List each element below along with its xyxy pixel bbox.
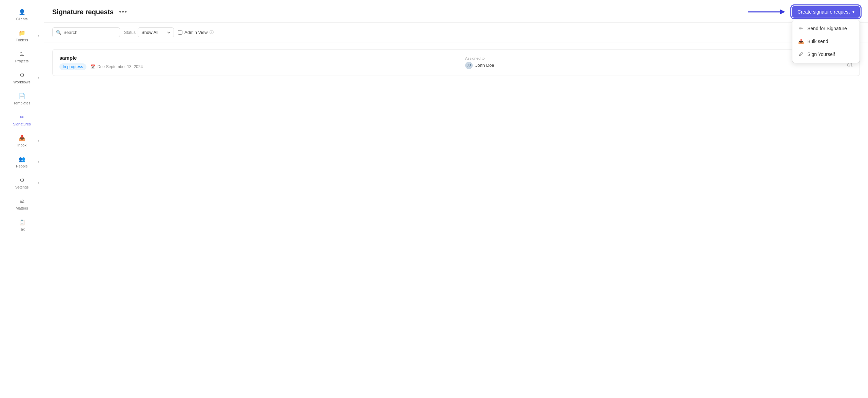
page-header: Signature requests ••• Create signature … — [44, 0, 868, 23]
request-card-header: sample In progress 📅 Due September 13, 2… — [59, 55, 853, 70]
bulk-send-icon: 📤 — [798, 38, 804, 44]
sidebar-item-label: Clients — [16, 17, 28, 21]
chevron-right-icon: › — [38, 160, 39, 164]
status-filter: Status Show All In Progress Completed Ca… — [124, 27, 174, 37]
request-name: sample — [59, 55, 143, 61]
folders-icon: 📁 — [18, 29, 26, 37]
sidebar-item-label: Folders — [16, 38, 28, 42]
clients-icon: 👤 — [18, 8, 26, 16]
sidebar-item-settings[interactable]: ⚙ Settings › — [3, 173, 41, 193]
sidebar-item-label: Inbox — [17, 143, 26, 147]
calendar-icon: 📅 — [91, 64, 96, 69]
status-filter-label: Status — [124, 30, 136, 35]
search-icon: 🔍 — [56, 30, 61, 35]
sidebar-item-folders[interactable]: 📁 Folders › — [3, 26, 41, 45]
chevron-right-icon: › — [38, 34, 39, 38]
dropdown-menu: ✏ Send for Signature 📤 Bulk send 🖊 Sign … — [792, 20, 860, 63]
sign-yourself-icon: 🖊 — [798, 51, 804, 57]
due-date: 📅 Due September 13, 2024 — [91, 64, 143, 69]
create-signature-request-button[interactable]: Create signature request ▾ — [792, 6, 860, 18]
create-btn-label: Create signature request — [797, 9, 850, 15]
sidebar-item-projects[interactable]: 🗂 Projects — [3, 47, 41, 66]
dropdown-item-label: Send for Signature — [807, 26, 847, 31]
sidebar-item-label: Tax — [19, 227, 25, 231]
create-btn-wrapper: Create signature request ▾ ✏ Send for Si… — [792, 6, 860, 18]
sidebar-item-label: Settings — [15, 185, 29, 189]
dropdown-item-label: Bulk send — [807, 39, 828, 44]
assigned-section: Assigned to JD John Doe — [465, 56, 494, 69]
request-meta: In progress 📅 Due September 13, 2024 — [59, 63, 143, 70]
sidebar-item-inbox[interactable]: 📥 Inbox › — [3, 131, 41, 151]
chevron-right-icon: › — [38, 181, 39, 185]
dropdown-item-bulk-send[interactable]: 📤 Bulk send — [792, 35, 860, 48]
matters-icon: ⚖ — [18, 197, 26, 205]
sidebar-item-label: Workflows — [13, 80, 31, 84]
table-row[interactable]: sample In progress 📅 Due September 13, 2… — [52, 49, 860, 76]
more-options-button[interactable]: ••• — [117, 8, 130, 16]
assigned-person: JD John Doe — [465, 62, 494, 69]
sidebar-item-label: Projects — [15, 59, 29, 63]
dropdown-item-sign-yourself[interactable]: 🖊 Sign Yourself — [792, 48, 860, 61]
projects-icon: 🗂 — [18, 50, 26, 58]
people-icon: 👥 — [18, 155, 26, 163]
sidebar-item-signatures[interactable]: ✏ Signatures — [3, 110, 41, 130]
sidebar-item-people[interactable]: 👥 People › — [3, 152, 41, 172]
dropdown-item-send-for-signature[interactable]: ✏ Send for Signature — [792, 22, 860, 35]
sidebar-item-label: Matters — [16, 206, 28, 210]
arrow-annotation — [748, 7, 789, 17]
status-select[interactable]: Show All In Progress Completed Cancelled — [138, 27, 174, 37]
chevron-down-icon: ▾ — [852, 9, 854, 14]
signatures-icon: ✏ — [18, 113, 26, 121]
templates-icon: 📄 — [18, 92, 26, 100]
admin-view-label: Admin View — [184, 30, 208, 35]
tax-icon: 📋 — [18, 218, 26, 226]
info-icon: ⓘ — [210, 29, 214, 35]
sidebar-item-label: Templates — [13, 101, 30, 105]
sidebar-item-templates[interactable]: 📄 Templates — [3, 89, 41, 108]
sidebar-item-label: People — [16, 164, 27, 168]
admin-view-toggle[interactable]: Admin View ⓘ — [178, 29, 214, 35]
request-left: sample In progress 📅 Due September 13, 2… — [59, 55, 143, 70]
filter-bar: 🔍 Status Show All In Progress Completed … — [44, 23, 868, 42]
search-box[interactable]: 🔍 — [52, 27, 120, 37]
assigned-to-label: Assigned to — [465, 56, 494, 60]
inbox-icon: 📥 — [18, 134, 26, 142]
due-date-text: Due September 13, 2024 — [97, 64, 143, 69]
sidebar: 👤 Clients 📁 Folders › 🗂 Projects ⚙ Workf… — [0, 0, 44, 398]
sidebar-item-matters[interactable]: ⚖ Matters — [3, 194, 41, 214]
assigned-person-name: John Doe — [475, 63, 494, 68]
main-content: Signature requests ••• Create signature … — [44, 0, 868, 398]
sidebar-item-clients[interactable]: 👤 Clients — [3, 5, 41, 24]
status-badge: In progress — [59, 63, 86, 70]
page-title: Signature requests — [52, 8, 114, 16]
page-title-row: Signature requests ••• — [52, 8, 130, 16]
chevron-right-icon: › — [38, 76, 39, 80]
workflows-icon: ⚙ — [18, 71, 26, 79]
avatar: JD — [465, 62, 473, 69]
signatures-count: 0/1 — [816, 63, 853, 67]
search-input[interactable] — [63, 30, 116, 35]
chevron-right-icon: › — [38, 139, 39, 143]
admin-view-checkbox[interactable] — [178, 30, 182, 35]
sidebar-item-tax[interactable]: 📋 Tax — [3, 215, 41, 235]
send-signature-icon: ✏ — [798, 25, 804, 32]
table-area: sample In progress 📅 Due September 13, 2… — [44, 42, 868, 398]
settings-icon: ⚙ — [18, 176, 26, 184]
dropdown-item-label: Sign Yourself — [807, 52, 835, 57]
sidebar-item-workflows[interactable]: ⚙ Workflows › — [3, 68, 41, 87]
sidebar-item-label: Signatures — [13, 122, 31, 126]
